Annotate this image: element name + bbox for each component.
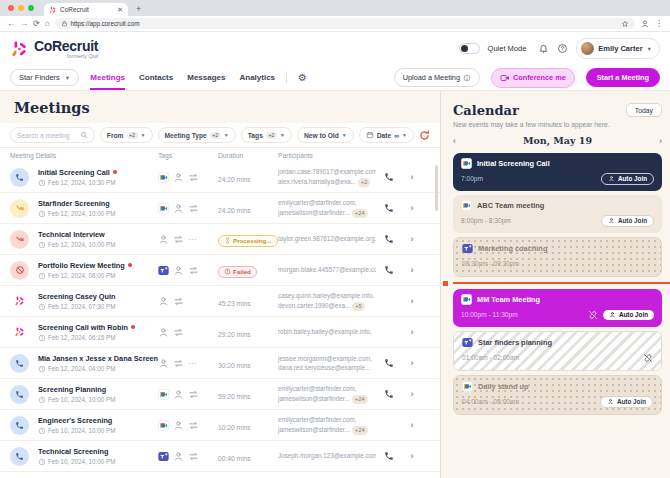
clock-icon — [38, 334, 46, 342]
event-title: Initial Screening Call — [477, 159, 550, 168]
today-button[interactable]: Today — [626, 103, 662, 117]
call-phone-icon[interactable] — [384, 203, 394, 213]
clock-icon — [38, 396, 46, 404]
nav-item-contacts[interactable]: Contacts — [139, 65, 173, 90]
call-phone-icon[interactable] — [384, 265, 394, 275]
nav-item-meetings[interactable]: Meetings — [90, 65, 125, 90]
participant-email: jameswilson@starfinder...+24 — [278, 208, 376, 218]
row-chevron-icon[interactable]: › — [411, 420, 414, 430]
nav-item-messages[interactable]: Messages — [187, 65, 225, 90]
meeting-row[interactable]: Screening Planning Feb 10, 2024, 10:00 P… — [0, 379, 440, 410]
upload-meeting-button[interactable]: Upload a Meeting — [394, 68, 480, 87]
meeting-row[interactable]: Mia Jansen x Jesse x Dana Screen... Feb … — [0, 348, 440, 379]
maximize-window-button[interactable] — [28, 5, 34, 11]
auto-join-button[interactable]: Auto Join — [601, 173, 654, 185]
call-phone-icon[interactable] — [384, 451, 394, 461]
meeting-tags: ⋯ — [158, 358, 218, 369]
repeat-icon — [188, 265, 199, 276]
new-tab-button[interactable]: + — [136, 3, 141, 16]
reload-button[interactable]: ⟳ — [33, 20, 40, 28]
meeting-row[interactable]: Screening Casey Quin Feb 12, 2024, 07:30… — [0, 286, 440, 317]
calendar-event[interactable]: Daily stand up 04:00am - 05:00am Auto Jo… — [453, 375, 662, 415]
close-window-button[interactable] — [8, 5, 14, 11]
search-icon — [80, 131, 88, 139]
start-meeting-button[interactable]: Start a Meeting — [586, 68, 660, 87]
conference-me-button[interactable]: Conference me — [491, 68, 575, 88]
meeting-row[interactable]: Starfinder Screening Feb 12, 2024, 10:00… — [0, 193, 440, 224]
row-chevron-icon[interactable]: › — [411, 358, 414, 368]
meet-icon — [158, 389, 169, 400]
user-menu[interactable]: Emily Carter ▼ — [576, 38, 660, 59]
filter-meeting-type[interactable]: Meeting Type+2▼ — [158, 127, 236, 143]
row-chevron-icon[interactable]: › — [411, 451, 414, 461]
bookmark-star-icon[interactable] — [621, 20, 629, 28]
close-tab-icon[interactable]: ✕ — [117, 6, 123, 14]
meeting-row[interactable]: Technical Screening Feb 10, 2024, 10:00 … — [0, 441, 440, 472]
calendar-event[interactable]: Initial Screening Call 7:00pm Auto Join — [453, 153, 662, 191]
browser-tab[interactable]: CoRecruit ✕ — [44, 3, 128, 16]
back-button[interactable]: ← — [7, 20, 15, 28]
search-input[interactable]: Search a meeting — [10, 127, 95, 143]
call-phone-icon[interactable] — [384, 358, 394, 368]
favicon — [49, 6, 57, 14]
meeting-row[interactable]: Technical Interview Feb 12, 2024, 10:00 … — [0, 224, 440, 255]
filter-from[interactable]: From+2▼ — [100, 127, 153, 143]
filter-date[interactable]: Date∞▼ — [359, 127, 414, 143]
repeat-icon — [188, 172, 199, 183]
auto-join-button[interactable]: Auto Join — [600, 396, 653, 408]
calendar-event[interactable]: ABC Team meeting 8:00pm - 8:30pm Auto Jo… — [453, 195, 662, 233]
row-chevron-icon[interactable]: › — [411, 296, 414, 306]
next-day-icon[interactable]: › — [650, 136, 662, 146]
more-options-icon[interactable]: ⋯ — [188, 235, 197, 244]
minimize-window-button[interactable] — [18, 5, 24, 11]
meeting-datetime: Feb 12, 2024, 04:00 PM — [48, 365, 116, 372]
row-chevron-icon[interactable]: › — [411, 389, 414, 399]
auto-join-button[interactable]: Auto Join — [603, 310, 654, 320]
quiet-mode-toggle[interactable] — [459, 43, 480, 54]
browser-profile-icon[interactable] — [640, 19, 650, 29]
help-icon[interactable] — [557, 43, 568, 54]
event-title: Star finders planning — [478, 338, 552, 347]
calendar-event[interactable]: MM Team Meeting 10:00pm - 11:30pm Auto J… — [453, 289, 662, 327]
row-chevron-icon[interactable]: › — [411, 172, 414, 182]
refresh-icon[interactable] — [419, 130, 430, 141]
prev-day-icon[interactable]: ‹ — [453, 136, 465, 146]
meeting-row[interactable]: Screening Call with Robin Feb 12, 2024, … — [0, 317, 440, 348]
browser-menu-icon[interactable]: ⋮ — [655, 20, 663, 28]
event-title: Daily stand up — [478, 382, 529, 391]
link-off-icon — [588, 310, 598, 320]
auto-join-button[interactable]: Auto Join — [601, 215, 654, 227]
row-chevron-icon[interactable]: › — [411, 265, 414, 275]
meeting-duration: 24:20 mins — [218, 176, 251, 183]
calendar-event[interactable]: Star finders planning 01:00am - 02:00am — [453, 331, 662, 371]
address-bar[interactable]: https://app.corecruit.com — [55, 18, 635, 29]
table-scrollbar[interactable] — [435, 165, 438, 211]
settings-gear-icon[interactable]: ⚙ — [298, 72, 307, 83]
row-chevron-icon[interactable]: › — [411, 234, 414, 244]
participant-count-badge: +24 — [352, 426, 368, 435]
row-chevron-icon[interactable]: › — [411, 203, 414, 213]
workspace-selector[interactable]: Star Finders ▼ — [10, 69, 79, 86]
forward-button[interactable]: → — [20, 20, 28, 28]
calendar-event[interactable]: Marketing coaching 08:30pm - 09:30pm — [453, 237, 662, 277]
participant-email: robin.bailey.bailey@example.info, — [278, 327, 376, 336]
error-icon — [224, 268, 231, 275]
nav-item-analytics[interactable]: Analytics — [239, 65, 275, 90]
call-phone-icon[interactable] — [384, 234, 394, 244]
window-controls[interactable] — [8, 0, 34, 16]
video-conference-icon — [500, 73, 510, 83]
filter-sort-order[interactable]: New to Old▼ — [297, 127, 354, 143]
call-phone-icon[interactable] — [384, 389, 394, 399]
event-title: Marketing coaching — [478, 244, 547, 253]
home-button[interactable]: ⌂ — [45, 20, 50, 28]
filter-tags[interactable]: Tags+2▼ — [241, 127, 292, 143]
more-options-icon[interactable]: ⋯ — [188, 359, 197, 368]
call-phone-icon[interactable] — [384, 172, 394, 182]
row-chevron-icon[interactable]: › — [411, 327, 414, 337]
meeting-row[interactable]: Portfolio Review Meeting Feb 12, 2024, 0… — [0, 255, 440, 286]
chevron-down-icon: ▼ — [141, 132, 146, 138]
brand-logo[interactable]: CoRecruit formerly Quil — [10, 38, 98, 59]
meeting-row[interactable]: Initial Screening Call Feb 12, 2024, 10:… — [0, 162, 440, 193]
notifications-bell-icon[interactable] — [538, 43, 549, 54]
meeting-row[interactable]: Engineer's Screening Feb 10, 2024, 10:00… — [0, 410, 440, 441]
